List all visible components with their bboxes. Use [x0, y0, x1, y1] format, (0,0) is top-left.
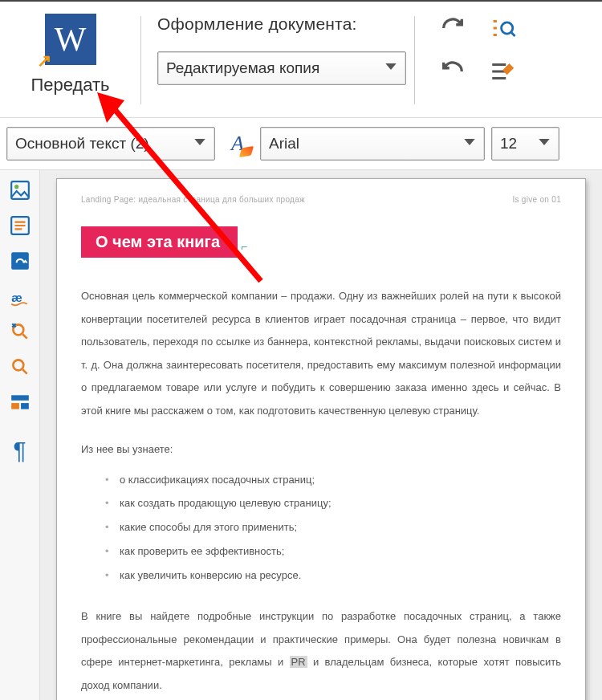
body-paragraph[interactable]: Основная цель коммерческой компании – пр… [81, 285, 561, 423]
sparkle-icon[interactable] [489, 14, 516, 42]
highlight: PR [290, 656, 307, 668]
separator [140, 16, 141, 104]
list-item[interactable]: как увеличить конверсию на ресурсе. [105, 564, 561, 588]
design-label: Оформление документа: [157, 14, 406, 34]
bullet-list[interactable]: о классификациях посадочных страниц; как… [81, 468, 561, 588]
undo-icon[interactable] [439, 58, 466, 85]
list-item[interactable]: о классификациях посадочных страниц; [105, 468, 561, 492]
body-paragraph-2[interactable]: В книге вы найдете подробные инструкции … [81, 605, 561, 697]
svg-rect-1 [11, 181, 29, 199]
chevron-down-icon [528, 135, 551, 153]
svg-point-0 [502, 22, 513, 34]
find-replace-icon[interactable] [5, 316, 35, 347]
font-size-dropdown[interactable]: 12 [491, 127, 559, 161]
design-dropdown[interactable]: Редактируемая копия [157, 51, 406, 85]
list-item[interactable]: как проверить ее эффективность; [105, 539, 561, 564]
svg-point-2 [14, 185, 18, 189]
svg-text:æ: æ [11, 291, 22, 304]
chevron-down-icon [454, 135, 476, 153]
cursor-icon: ⌐ [241, 240, 247, 253]
separator [414, 16, 415, 104]
font-value: Arial [269, 135, 299, 153]
paragraph-style-value: Основной текст (2) [15, 135, 149, 153]
design-value: Редактируемая копия [166, 59, 319, 77]
page-heading[interactable]: О чем эта книга [81, 226, 238, 258]
send-label: Передать [31, 75, 109, 96]
edit-line-icon[interactable] [489, 58, 516, 85]
text-area-icon[interactable] [5, 210, 35, 241]
word-icon: W [45, 14, 96, 65]
intro-line[interactable]: Из нее вы узнаете: [81, 439, 561, 460]
paragraph-style-dropdown[interactable]: Основной текст (2) [6, 127, 215, 161]
sidebar: æ ¶ [0, 170, 40, 700]
special-chars-icon[interactable]: æ [5, 281, 35, 311]
svg-rect-8 [11, 395, 29, 401]
page-header-right: Is give on 01 [512, 195, 561, 204]
font-size-value: 12 [500, 135, 517, 153]
font-dropdown[interactable]: Arial [260, 127, 485, 161]
zoom-icon[interactable] [5, 352, 35, 382]
rotate-area-icon[interactable] [5, 246, 35, 276]
chevron-down-icon [184, 135, 206, 153]
clear-formatting-icon[interactable]: A [222, 128, 254, 160]
svg-point-7 [13, 360, 23, 370]
redo-icon[interactable] [439, 14, 466, 42]
list-item[interactable]: как создать продающую целевую страницу; [105, 491, 561, 515]
pilcrow-icon[interactable]: ¶ [5, 435, 35, 466]
svg-rect-10 [21, 403, 29, 409]
document-page: Landing Page: идеальная страница для бол… [56, 178, 586, 700]
list-item[interactable]: какие способы для этого применить; [105, 515, 561, 539]
svg-rect-9 [11, 403, 19, 409]
layout-icon[interactable] [5, 387, 35, 417]
picture-area-icon[interactable] [5, 175, 35, 206]
page-header-left: Landing Page: идеальная страница для бол… [81, 195, 305, 204]
send-button[interactable]: W ↗ Передать [8, 10, 132, 96]
chevron-down-icon [375, 59, 397, 77]
share-arrow-icon: ↗ [37, 51, 51, 71]
